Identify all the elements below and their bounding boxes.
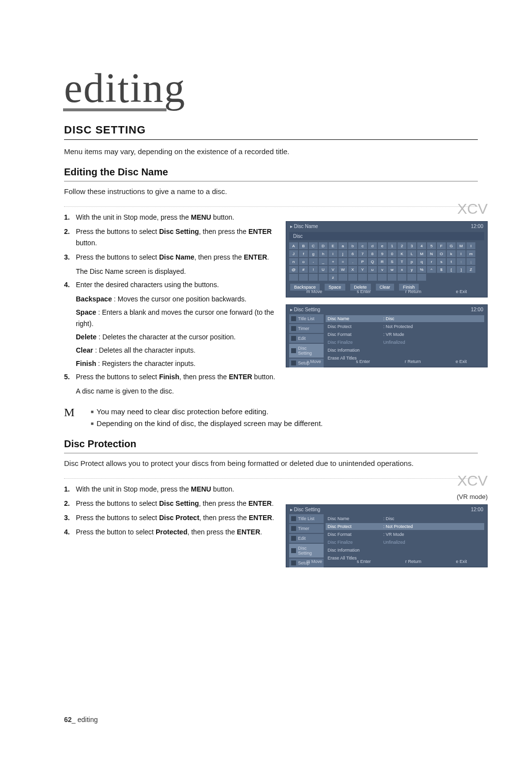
keyboard-key[interactable]: o — [299, 258, 308, 265]
menu-row[interactable]: Disc Format: VR Mode — [326, 531, 484, 538]
sidebar-item[interactable]: Timer — [289, 524, 324, 533]
keyboard-key[interactable]: e — [378, 242, 387, 249]
keyboard-key[interactable]: S — [388, 258, 397, 265]
sidebar-item[interactable]: Edit — [289, 534, 324, 543]
keyboard-key[interactable]: x — [398, 266, 406, 273]
keyboard-key[interactable]: 6 — [348, 250, 357, 257]
keyboard-key[interactable]: a — [338, 242, 347, 249]
keyboard-key[interactable]: h — [319, 250, 328, 257]
keyboard-key[interactable] — [407, 274, 416, 281]
menu-row[interactable]: Disc Protect: Not Protected — [326, 523, 484, 530]
keyboard-key[interactable]: C — [309, 242, 318, 249]
keyboard-key[interactable]: m — [466, 250, 475, 257]
keyboard-key[interactable]: P — [358, 258, 367, 265]
keyboard-key[interactable]: r — [427, 258, 436, 265]
keyboard-key[interactable] — [299, 274, 308, 281]
keyboard-key[interactable] — [319, 274, 328, 281]
keyboard-key[interactable]: V — [329, 266, 337, 273]
keyboard-key[interactable]: f — [299, 250, 308, 257]
keyboard-key[interactable]: % — [417, 266, 426, 273]
menu-row[interactable]: Disc Name: Disc — [326, 315, 484, 322]
keyboard-key[interactable]: @ — [289, 266, 298, 273]
keyboard-key[interactable] — [388, 274, 397, 281]
keyboard-key[interactable]: W — [338, 266, 347, 273]
keyboard-key[interactable]: D — [319, 242, 328, 249]
keyboard-key[interactable]: Q — [368, 258, 377, 265]
keyboard-key[interactable]: 7 — [358, 250, 367, 257]
sidebar-item[interactable]: Disc Setting — [289, 544, 324, 558]
sidebar-item[interactable]: Title List — [289, 514, 324, 523]
keyboard-key[interactable]: 2 — [398, 242, 406, 249]
keyboard-key[interactable]: A — [289, 242, 298, 249]
keyboard-key[interactable]: n — [289, 258, 298, 265]
keyboard-key[interactable]: M — [457, 242, 466, 249]
keyboard-key[interactable]: . — [348, 258, 357, 265]
keyboard-key[interactable]: $ — [437, 266, 446, 273]
keyboard-key[interactable]: - — [309, 258, 318, 265]
keyboard-key[interactable]: ! — [309, 266, 318, 273]
keyboard-key[interactable]: y — [407, 266, 416, 273]
keyboard-key[interactable]: 8 — [368, 250, 377, 257]
keyboard-key[interactable]: s — [437, 258, 446, 265]
keyboard-key[interactable]: c — [358, 242, 367, 249]
keyboard-key[interactable]: U — [319, 266, 328, 273]
keyboard-key[interactable]: g — [309, 250, 318, 257]
menu-row[interactable]: Disc Information — [326, 347, 484, 354]
keyboard-key[interactable]: L — [407, 250, 416, 257]
keyboard-key[interactable]: R — [378, 258, 387, 265]
keyboard-key[interactable]: 0 — [388, 250, 397, 257]
keyboard-key[interactable]: : — [457, 258, 466, 265]
keyboard-key[interactable]: # — [299, 266, 308, 273]
keyboard-key[interactable] — [309, 274, 318, 281]
menu-row[interactable]: Disc Name: Disc — [326, 515, 484, 522]
keyboard-key[interactable]: k — [447, 250, 456, 257]
keyboard-key[interactable]: B — [299, 242, 308, 249]
keyboard-key[interactable]: u — [368, 266, 377, 273]
keyboard-key[interactable]: T — [398, 258, 406, 265]
keyboard-key[interactable]: t — [447, 258, 456, 265]
keyboard-key[interactable]: 9 — [378, 250, 387, 257]
keyboard-key[interactable] — [338, 274, 347, 281]
keyboard-key[interactable]: _ — [319, 258, 328, 265]
menu-row[interactable]: Disc FinalizeUnfinalized — [326, 339, 484, 346]
menu-row[interactable]: Disc Protect: Not Protected — [326, 323, 484, 330]
keyboard-key[interactable]: 1 — [388, 242, 397, 249]
keyboard-key[interactable]: X — [348, 266, 357, 273]
keyboard-key[interactable] — [368, 274, 377, 281]
keyboard-key[interactable]: l — [457, 250, 466, 257]
menu-row[interactable]: Disc Information — [326, 547, 484, 554]
keyboard-key[interactable]: M — [417, 250, 426, 257]
keyboard-key[interactable]: w — [388, 266, 397, 273]
sidebar-item[interactable]: Edit — [289, 334, 324, 343]
sidebar-item[interactable]: Disc Setting — [289, 344, 324, 358]
keyboard-key[interactable] — [417, 274, 426, 281]
sidebar-item[interactable]: Title List — [289, 314, 324, 323]
sidebar-item[interactable]: Timer — [289, 324, 324, 333]
keyboard-key[interactable] — [348, 274, 357, 281]
keyboard-key[interactable]: i — [329, 250, 337, 257]
keyboard-key[interactable]: K — [398, 250, 406, 257]
menu-row[interactable]: Disc FinalizeUnfinalized — [326, 539, 484, 546]
keyboard-key[interactable]: Y — [358, 266, 367, 273]
keyboard-key[interactable]: b — [348, 242, 357, 249]
keyboard-key[interactable]: q — [417, 258, 426, 265]
keyboard-key[interactable]: p — [407, 258, 416, 265]
keyboard-key[interactable]: 5 — [427, 242, 436, 249]
keyboard-key[interactable]: [ — [447, 266, 456, 273]
keyboard-key[interactable]: J — [289, 250, 298, 257]
keyboard-key[interactable]: 3 — [407, 242, 416, 249]
keyboard-key[interactable]: + — [329, 258, 337, 265]
menu-row[interactable]: Disc Format: VR Mode — [326, 331, 484, 338]
keyboard-key[interactable]: z — [329, 274, 337, 281]
keyboard-key[interactable]: I — [466, 242, 475, 249]
keyboard-key[interactable]: = — [338, 258, 347, 265]
keyboard-key[interactable]: F — [437, 242, 446, 249]
keyboard-key[interactable] — [398, 274, 406, 281]
keyboard-key[interactable]: N — [427, 250, 436, 257]
keyboard-key[interactable]: E — [329, 242, 337, 249]
keyboard-key[interactable]: j — [338, 250, 347, 257]
keyboard-key[interactable]: Z — [466, 266, 475, 273]
keyboard-key[interactable] — [378, 274, 387, 281]
keyboard-key[interactable] — [358, 274, 367, 281]
keyboard-key[interactable]: ^ — [427, 266, 436, 273]
